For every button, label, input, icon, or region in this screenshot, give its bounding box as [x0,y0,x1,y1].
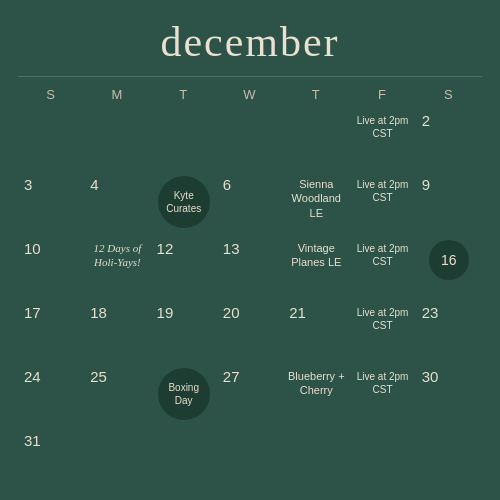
date-16-badge: 16 [429,240,469,280]
date-17: 17 [20,304,41,321]
live-label-r3: Live at 2pm CST [351,242,413,268]
cell-r1c3 [151,108,217,170]
cell-r1c1 [18,108,84,170]
calendar-grid: Live at 2pm CST 2 3 4 Kyte Curates 6 Sie… [18,108,482,490]
cell-21: 21 [283,300,349,362]
vintage-planes-label: Vintage Planes LE [285,241,347,270]
cell-23: 23 [416,300,482,362]
cell-vintage: Vintage Planes LE [283,236,349,298]
cell-r6c4 [217,428,283,490]
date-12: 12 [153,240,174,257]
date-18: 18 [86,304,107,321]
cell-4: 4 [84,172,150,234]
date-19: 19 [153,304,174,321]
cell-r6c3 [151,428,217,490]
date-13: 13 [219,240,240,257]
cell-10: 10 [18,236,84,298]
day-header-t1: T [151,83,217,106]
cell-18: 18 [84,300,150,362]
date-25: 25 [86,368,107,385]
cell-12: 12 [151,236,217,298]
cell-kyte: Kyte Curates [151,172,217,234]
live-label-r1: Live at 2pm CST [351,114,413,140]
cell-6: 6 [217,172,283,234]
cell-17: 17 [18,300,84,362]
cell-live-r2: Live at 2pm CST [349,172,415,234]
holidays-label: 12 Days of Holi-Yays! [86,241,148,270]
date-23: 23 [418,304,439,321]
live-label-r5: Live at 2pm CST [351,370,413,396]
date-20: 20 [219,304,240,321]
cell-r6c7 [416,428,482,490]
cell-r1c2 [84,108,150,170]
date-2: 2 [418,112,430,129]
day-header-m: M [84,83,150,106]
cell-16: 16 [416,236,482,298]
day-header-t2: T [283,83,349,106]
date-21: 21 [285,304,306,321]
day-headers: S M T W T F S [18,83,482,106]
cell-3: 3 [18,172,84,234]
cell-r1c5 [283,108,349,170]
cell-2: 2 [416,108,482,170]
cell-19: 19 [151,300,217,362]
cell-31: 31 [18,428,84,490]
sienna-woodland-label: Sienna Woodland LE [285,177,347,220]
cell-blueberry: Blueberry + Cherry [283,364,349,426]
cell-live-r5: Live at 2pm CST [349,364,415,426]
live-label-r4: Live at 2pm CST [351,306,413,332]
cell-live-r3: Live at 2pm CST [349,236,415,298]
cell-sienna: Sienna Woodland LE [283,172,349,234]
date-4: 4 [86,176,98,193]
cell-r6c6 [349,428,415,490]
calendar: december S M T W T F S Live at 2pm CST 2… [0,0,500,500]
cell-13: 13 [217,236,283,298]
date-3: 3 [20,176,32,193]
month-title: december [18,10,482,76]
kyte-curates-badge: Kyte Curates [158,176,210,228]
cell-live-r4: Live at 2pm CST [349,300,415,362]
cell-r6c5 [283,428,349,490]
cell-holidays: 12 Days of Holi-Yays! [84,236,150,298]
cell-27: 27 [217,364,283,426]
date-30: 30 [418,368,439,385]
live-label-r2: Live at 2pm CST [351,178,413,204]
boxing-day-badge: Boxing Day [158,368,210,420]
date-6: 6 [219,176,231,193]
cell-boxing: Boxing Day [151,364,217,426]
cell-r6c2 [84,428,150,490]
date-24: 24 [20,368,41,385]
date-31: 31 [20,432,41,449]
date-27: 27 [219,368,240,385]
cell-25: 25 [84,364,150,426]
blueberry-cherry-label: Blueberry + Cherry [285,369,347,398]
date-10: 10 [20,240,41,257]
cell-24: 24 [18,364,84,426]
day-header-f: F [349,83,415,106]
cell-live-r1: Live at 2pm CST [349,108,415,170]
cell-20: 20 [217,300,283,362]
date-9: 9 [418,176,430,193]
cell-30: 30 [416,364,482,426]
day-header-s1: S [18,83,84,106]
divider [18,76,482,77]
day-header-w: W [217,83,283,106]
day-header-s2: S [416,83,482,106]
cell-9: 9 [416,172,482,234]
cell-r1c4 [217,108,283,170]
